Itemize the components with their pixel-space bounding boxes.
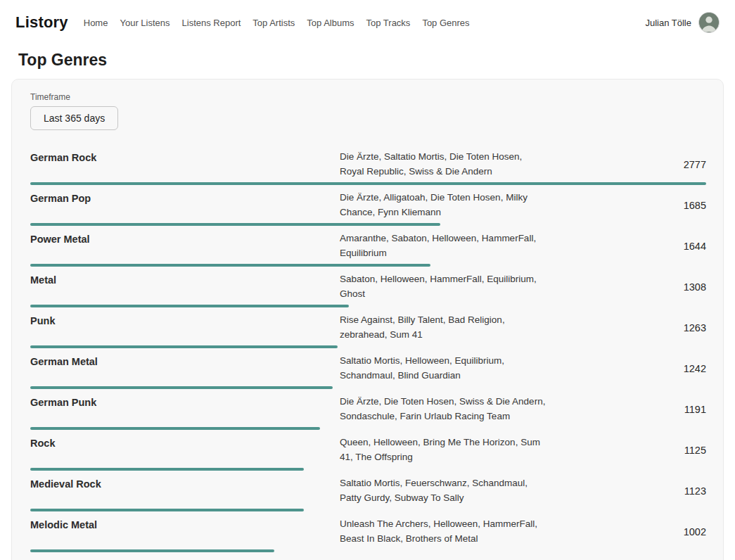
top-genres-card: Timeframe Last 365 days German Rock Die … xyxy=(11,79,724,560)
genre-row-content: Melodic Metal Unleash The Archers, Hello… xyxy=(30,517,706,546)
genre-row-content: Punk Rise Against, Billy Talent, Bad Rel… xyxy=(30,313,706,342)
genre-name: German Punk xyxy=(30,395,340,409)
nav-item-listens-report[interactable]: Listens Report xyxy=(182,18,241,28)
genre-count: 1308 xyxy=(548,281,706,293)
genre-row-content: German Metal Saltatio Mortis, Helloween,… xyxy=(30,354,706,383)
genre-count: 1242 xyxy=(548,363,706,374)
genre-row: German Indie Bukahara, Käptn Peng, KYTES… xyxy=(30,552,706,560)
genre-artists: Rise Against, Billy Talent, Bad Religion… xyxy=(340,313,548,342)
genre-artists: Saltatio Mortis, Feuerschwanz, Schandmau… xyxy=(340,476,548,505)
genre-count: 1002 xyxy=(548,526,706,537)
app-header: Listory Home Your Listens Listens Report… xyxy=(0,0,735,45)
genre-row: German Pop Die Ärzte, Alligatoah, Die To… xyxy=(30,185,706,226)
genre-artists: Die Ärzte, Saltatio Mortis, Die Toten Ho… xyxy=(340,150,548,179)
genre-name: Rock xyxy=(30,435,340,450)
genre-row: Power Metal Amaranthe, Sabaton, Hellowee… xyxy=(30,226,706,267)
genre-artists: Unleash The Archers, Helloween, HammerFa… xyxy=(340,517,548,546)
genre-count: 1125 xyxy=(548,445,706,456)
genre-row-content: German Pop Die Ärzte, Alligatoah, Die To… xyxy=(30,191,706,219)
timeframe-label: Timeframe xyxy=(30,92,706,102)
genre-row: German Metal Saltatio Mortis, Helloween,… xyxy=(30,348,706,389)
genre-name: Punk xyxy=(30,313,340,328)
genre-name: Metal xyxy=(30,272,340,287)
main-nav: Home Your Listens Listens Report Top Art… xyxy=(84,18,646,28)
genre-artists: Sabaton, Helloween, HammerFall, Equilibr… xyxy=(340,272,548,301)
genre-count: 1263 xyxy=(548,322,706,333)
genre-count: 1685 xyxy=(548,200,706,211)
user-avatar[interactable] xyxy=(698,12,720,33)
genre-row: German Punk Die Ärzte, Die Toten Hosen, … xyxy=(30,389,706,430)
person-icon xyxy=(699,12,719,32)
genre-row: Punk Rise Against, Billy Talent, Bad Rel… xyxy=(30,307,706,348)
genre-row-content: German Punk Die Ärzte, Die Toten Hosen, … xyxy=(30,395,706,424)
nav-item-top-artists[interactable]: Top Artists xyxy=(253,18,295,28)
nav-item-top-tracks[interactable]: Top Tracks xyxy=(366,18,411,28)
genre-name: German Rock xyxy=(30,150,340,165)
nav-item-top-genres[interactable]: Top Genres xyxy=(422,18,469,28)
genre-count: 1191 xyxy=(548,404,706,415)
genre-name: German Metal xyxy=(30,354,340,369)
genre-artists: Amaranthe, Sabaton, Helloween, HammerFal… xyxy=(340,231,548,260)
nav-item-home[interactable]: Home xyxy=(84,18,108,28)
genre-row: Rock Queen, Helloween, Bring Me The Hori… xyxy=(30,430,706,471)
genre-artists: Saltatio Mortis, Helloween, Equilibrium,… xyxy=(340,354,548,383)
genre-row-content: Rock Queen, Helloween, Bring Me The Hori… xyxy=(30,435,706,464)
genre-row: Melodic Metal Unleash The Archers, Hello… xyxy=(30,511,706,552)
timeframe-select[interactable]: Last 365 days xyxy=(30,106,118,130)
genre-count: 1644 xyxy=(548,241,706,252)
genre-count: 1123 xyxy=(548,485,706,497)
genre-row: Medieval Rock Saltatio Mortis, Feuerschw… xyxy=(30,471,706,511)
user-name: Julian Tölle xyxy=(645,18,691,28)
genre-name: Power Metal xyxy=(30,231,340,246)
genre-row-content: Medieval Rock Saltatio Mortis, Feuerschw… xyxy=(30,476,706,505)
genre-artists: Die Ärzte, Alligatoah, Die Toten Hosen, … xyxy=(340,191,548,219)
genre-name: Medieval Rock xyxy=(30,476,340,491)
genre-name: Melodic Metal xyxy=(30,517,340,532)
genre-row-content: Power Metal Amaranthe, Sabaton, Hellowee… xyxy=(30,231,706,260)
user-area: Julian Tölle xyxy=(645,12,720,33)
genre-artists: Die Ärzte, Die Toten Hosen, Swiss & Die … xyxy=(340,395,548,424)
nav-item-top-albums[interactable]: Top Albums xyxy=(307,18,354,28)
nav-item-your-listens[interactable]: Your Listens xyxy=(120,18,170,28)
genre-row-content: Metal Sabaton, Helloween, HammerFall, Eq… xyxy=(30,272,706,301)
genre-table: German Rock Die Ärzte, Saltatio Mortis, … xyxy=(30,144,706,560)
genre-artists: Queen, Helloween, Bring Me The Horizon, … xyxy=(340,435,548,464)
genre-row-content: German Rock Die Ärzte, Saltatio Mortis, … xyxy=(30,150,706,179)
genre-row: Metal Sabaton, Helloween, HammerFall, Eq… xyxy=(30,267,706,307)
genre-name: German Pop xyxy=(30,191,340,205)
genre-count: 2777 xyxy=(548,159,706,170)
app-logo[interactable]: Listory xyxy=(15,13,68,32)
page-title: Top Genres xyxy=(18,51,735,70)
genre-row: German Rock Die Ärzte, Saltatio Mortis, … xyxy=(30,144,706,185)
